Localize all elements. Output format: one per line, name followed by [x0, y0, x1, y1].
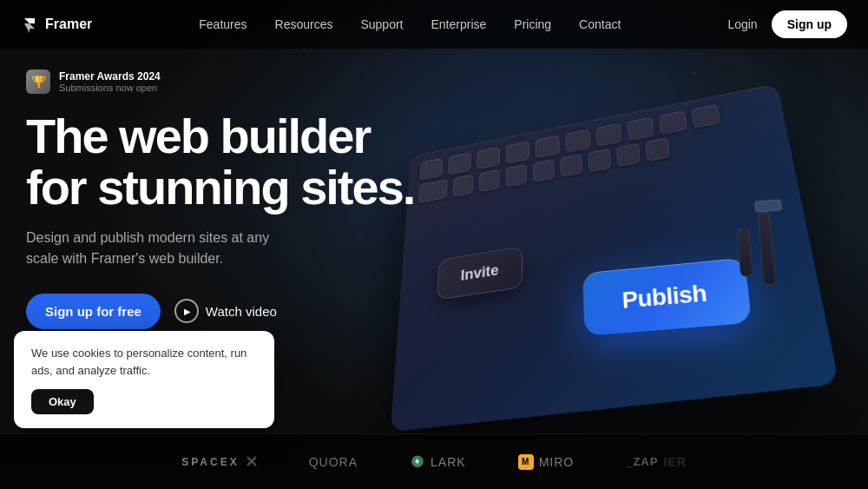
hero-3d-element: Invite Publish [382, 52, 799, 417]
cookie-okay-button[interactable]: Okay [31, 389, 94, 414]
logos-bar: SPACEX ✕ Quora Lark m miro _zap ier [0, 433, 868, 489]
key [448, 152, 471, 175]
key [627, 116, 654, 141]
key [506, 141, 529, 164]
hero-content: 🏆 Framer Awards 2024 Submissions now ope… [26, 69, 414, 329]
navbar: Framer Features Resources Support Enterp… [0, 0, 868, 49]
key [452, 174, 473, 196]
signup-button[interactable]: Sign up [772, 10, 847, 38]
cookie-text: We use cookies to personalize content, r… [31, 345, 257, 379]
logo-lark: Lark [410, 454, 466, 470]
award-subtitle: Submissions now open [59, 83, 161, 93]
key [479, 169, 500, 192]
logo-zapier: _zap ier [626, 455, 687, 469]
nav-contact[interactable]: Contact [579, 17, 621, 31]
hero-heading-line1: The web builder [26, 109, 370, 163]
key [659, 110, 687, 135]
hero-heading: The web builder for stunning sites. [26, 111, 414, 214]
key [418, 179, 448, 203]
award-text: Framer Awards 2024 Submissions now open [59, 70, 161, 93]
nav-support[interactable]: Support [360, 17, 403, 31]
nav-enterprise[interactable]: Enterprise [431, 17, 487, 31]
nav-links: Features Resources Support Enterprise Pr… [199, 17, 621, 32]
key [477, 147, 500, 169]
key [595, 122, 622, 146]
award-title: Framer Awards 2024 [59, 70, 161, 83]
key [588, 149, 611, 172]
login-link[interactable]: Login [727, 17, 757, 31]
hero-subtext: Design and publish modern sites at any s… [26, 228, 304, 269]
key [536, 135, 560, 158]
watch-video-button[interactable]: ▶ Watch video [174, 299, 277, 323]
signup-free-button[interactable]: Sign up for free [26, 294, 161, 329]
key [691, 104, 720, 129]
nav-pricing[interactable]: Pricing [514, 17, 551, 31]
key [565, 129, 590, 152]
slider-handle [754, 199, 782, 212]
nav-resources[interactable]: Resources [275, 17, 333, 31]
key [560, 154, 582, 177]
key [419, 158, 443, 181]
key [616, 143, 641, 167]
logo-miro: m miro [518, 454, 575, 470]
award-icon: 🏆 [26, 69, 50, 94]
logo[interactable]: Framer [21, 16, 92, 33]
miro-icon: m [518, 454, 534, 470]
hero-cta: Sign up for free ▶ Watch video [26, 294, 414, 329]
lark-icon [410, 454, 425, 470]
logo-quora: Quora [309, 455, 358, 469]
award-badge: 🏆 Framer Awards 2024 Submissions now ope… [26, 69, 414, 94]
key [506, 164, 527, 188]
hero-heading-line2: for stunning sites. [26, 160, 414, 215]
watch-video-label: Watch video [206, 304, 277, 319]
nav-features[interactable]: Features [199, 17, 247, 31]
logo-label: Framer [45, 17, 92, 32]
key [645, 137, 670, 162]
nav-right: Login Sign up [727, 10, 847, 38]
logo-spacex: SPACEX ✕ [181, 453, 256, 472]
framer-logo-icon [21, 16, 38, 33]
cookie-banner: We use cookies to personalize content, r… [14, 331, 274, 428]
play-icon: ▶ [174, 299, 199, 323]
key [533, 159, 555, 182]
